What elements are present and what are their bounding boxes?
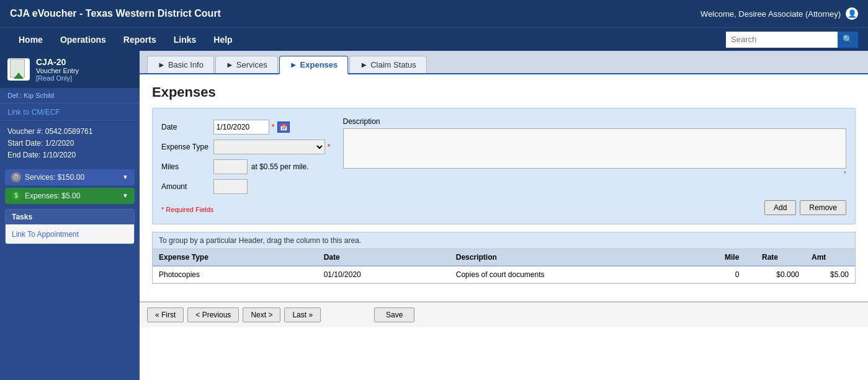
dollar-icon: $ (11, 191, 21, 201)
cell-description: Copies of court documents (450, 266, 718, 283)
tasks-body: Link To Appointment (6, 224, 134, 244)
link-cm-ecf-container: Link to CM/ECF (0, 103, 140, 120)
next-button[interactable]: Next > (243, 307, 280, 322)
miles-label: Miles (161, 162, 179, 171)
expense-type-required-star: * (328, 143, 331, 151)
start-date-row: Start Date: 1/2/2020 (7, 138, 132, 149)
main-content: ► Basic Info ► Services ► Expenses ► Cla… (140, 51, 868, 380)
clock-icon: ⏱ (11, 172, 21, 182)
date-required-star: * (272, 123, 275, 131)
defendant-label: Def.: Kip Schild (0, 88, 140, 103)
voucher-icon (7, 58, 30, 81)
calendar-icon[interactable]: 📅 (277, 122, 290, 133)
cell-mile: 0 (718, 266, 756, 283)
expenses-badge[interactable]: $ Expenses: $5.00 ▼ (5, 188, 135, 204)
miles-input[interactable] (213, 159, 248, 174)
page-layout: CJA-20 Voucher Entry [Read Only] Def.: K… (0, 51, 868, 380)
tab-basic-info[interactable]: ► Basic Info (147, 56, 214, 73)
voucher-number-label: Voucher #: (7, 127, 43, 136)
description-textarea[interactable] (343, 128, 846, 169)
date-label: Date (161, 123, 177, 131)
expenses-table-area: To group by a particular Header, drag th… (152, 232, 856, 284)
tab-services-label: Services (236, 60, 267, 69)
end-date-row: End Date: 1/10/2020 (7, 149, 132, 161)
tab-claim-status-arrow: ► (360, 60, 368, 69)
save-button[interactable]: Save (374, 307, 414, 322)
miles-rate-text: at $0.55 per mile. (251, 162, 309, 171)
sidebar-header: CJA-20 Voucher Entry [Read Only] (0, 51, 140, 88)
read-only-label: [Read Only] (36, 74, 79, 82)
tab-basic-info-label: Basic Info (168, 60, 204, 69)
end-date-value: 1/10/2020 (43, 151, 76, 159)
user-info: Welcome, Desiree Associate (Attorney) 👤 (700, 7, 858, 20)
tab-basic-info-arrow: ► (158, 60, 166, 69)
user-welcome-text: Welcome, Desiree Associate (Attorney) (700, 9, 841, 19)
cell-expense-type: Photocopies (153, 266, 318, 283)
expenses-title: Expenses (152, 84, 856, 100)
app-title: CJA eVoucher - Texas Western District Co… (10, 8, 221, 19)
start-date-value: 1/2/2020 (45, 139, 74, 148)
footer-bar: « First < Previous Next > Last » Save (140, 301, 868, 327)
remove-button[interactable]: Remove (800, 200, 846, 215)
search-input[interactable] (726, 32, 838, 48)
date-input[interactable] (213, 120, 269, 135)
voucher-number-row: Voucher #: 0542.0589761 (7, 126, 132, 138)
tab-expenses[interactable]: ► Expenses (279, 56, 349, 74)
expenses-table: Expense Type Date Description Mile Rate … (153, 249, 855, 283)
sidebar-voucher-info: CJA-20 Voucher Entry [Read Only] (36, 57, 79, 82)
tasks-header: Tasks (6, 210, 134, 224)
voucher-number-value: 0542.0589761 (45, 127, 93, 136)
cell-rate: $0.000 (756, 266, 805, 283)
user-avatar-icon: 👤 (846, 7, 858, 20)
voucher-details: Voucher #: 0542.0589761 Start Date: 1/2/… (0, 120, 140, 167)
expenses-chevron-icon: ▼ (122, 192, 128, 199)
services-badge-label: Services: $150.00 (25, 173, 84, 182)
nav-links[interactable]: Links (165, 28, 205, 51)
tasks-section: Tasks Link To Appointment (5, 209, 135, 244)
top-nav-bar: CJA eVoucher - Texas Western District Co… (0, 0, 868, 27)
description-label: Description (343, 117, 380, 126)
voucher-type-label: CJA-20 (36, 57, 79, 67)
expense-form: Date * 📅 (152, 108, 856, 224)
required-fields-note: * Required Fields (161, 206, 213, 213)
col-header-mile: Mile (718, 249, 756, 266)
col-header-description: Description (450, 249, 718, 266)
nav-home[interactable]: Home (10, 28, 51, 51)
services-badge[interactable]: ⏱ Services: $150.00 ▼ (5, 169, 135, 185)
expense-type-label: Expense Type (161, 143, 208, 151)
link-cm-ecf[interactable]: Link to CM/ECF (7, 108, 60, 117)
voucher-entry-label: Voucher Entry (36, 67, 79, 74)
tab-expenses-arrow: ► (290, 60, 298, 69)
nav-reports[interactable]: Reports (115, 28, 165, 51)
col-header-date: Date (318, 249, 450, 266)
nav-help[interactable]: Help (205, 28, 241, 51)
tab-expenses-label: Expenses (300, 60, 338, 69)
sidebar: CJA-20 Voucher Entry [Read Only] Def.: K… (0, 51, 140, 380)
expenses-badge-label: Expenses: $5.00 (25, 192, 80, 200)
search-box: 🔍 (726, 32, 858, 48)
table-group-hint: To group by a particular Header, drag th… (153, 232, 855, 249)
tab-services-arrow: ► (226, 60, 234, 69)
end-date-label: End Date: (7, 151, 40, 159)
add-button[interactable]: Add (764, 200, 796, 215)
start-date-label: Start Date: (7, 139, 43, 148)
amount-label: Amount (161, 182, 187, 191)
cell-amt: $5.00 (805, 266, 855, 283)
nav-operations[interactable]: Operations (51, 28, 115, 51)
main-nav-bar: Home Operations Reports Links Help 🔍 (0, 27, 868, 51)
link-to-appointment[interactable]: Link To Appointment (12, 230, 79, 239)
tabs-bar: ► Basic Info ► Services ► Expenses ► Cla… (140, 51, 868, 74)
col-header-rate: Rate (756, 249, 805, 266)
tab-claim-status[interactable]: ► Claim Status (349, 56, 427, 73)
cell-date: 01/10/2020 (318, 266, 450, 283)
expense-type-select[interactable] (213, 139, 325, 154)
search-button[interactable]: 🔍 (838, 32, 858, 48)
amount-input[interactable] (213, 179, 248, 194)
tab-services[interactable]: ► Services (215, 56, 278, 73)
last-button[interactable]: Last » (284, 307, 321, 322)
table-row: Photocopies 01/10/2020 Copies of court d… (153, 266, 855, 283)
description-container: Description * (343, 117, 846, 197)
previous-button[interactable]: < Previous (187, 307, 239, 322)
col-header-expense-type: Expense Type (153, 249, 318, 266)
first-button[interactable]: « First (147, 307, 184, 322)
